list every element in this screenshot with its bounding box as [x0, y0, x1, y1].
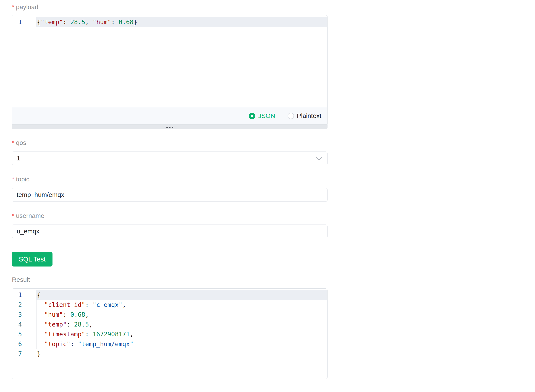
- drag-dots-icon: [166, 127, 168, 128]
- code-line: 4 "temp": 28.5,: [12, 319, 327, 329]
- required-asterisk: *: [12, 176, 14, 183]
- code-line: 3 "hum": 0.68,: [12, 310, 327, 319]
- code-text: "client_id": "c_emqx",: [36, 300, 327, 310]
- line-number: 1: [12, 290, 36, 300]
- topic-label-text: topic: [16, 176, 29, 183]
- result-label: Result: [12, 276, 328, 284]
- result-code-viewer: 1 { 2 "client_id": "c_emqx", 3 "hum": 0.…: [12, 288, 328, 379]
- radio-label-plaintext: Plaintext: [297, 112, 321, 120]
- topic-field: *topic: [12, 175, 328, 202]
- radio-unselected-icon: [288, 113, 294, 119]
- code-text: "timestamp": 1672908171,: [36, 329, 327, 339]
- code-text: "hum": 0.68,: [36, 310, 327, 319]
- code-text: {: [36, 290, 327, 300]
- code-text: }: [36, 349, 327, 359]
- sql-test-button[interactable]: SQL Test: [12, 252, 52, 266]
- topic-input[interactable]: [12, 188, 328, 202]
- required-asterisk: *: [12, 3, 14, 10]
- line-number: 3: [12, 310, 36, 319]
- line-number: 2: [12, 300, 36, 310]
- code-line: 6 "topic": "temp_hum/emqx": [12, 339, 327, 349]
- code-line: 5 "timestamp": 1672908171,: [12, 329, 327, 339]
- code-line[interactable]: 1 {"temp": 28.5, "hum": 0.68}: [12, 17, 327, 27]
- editor-resize-handle[interactable]: [12, 125, 328, 129]
- topic-field-label: *topic: [12, 175, 328, 183]
- required-asterisk: *: [12, 139, 14, 146]
- drag-dots-icon: [172, 127, 173, 128]
- drag-dots-icon: [169, 127, 170, 128]
- line-number: 1: [12, 17, 36, 27]
- line-number: 6: [12, 339, 36, 349]
- code-line: 2 "client_id": "c_emqx",: [12, 300, 327, 310]
- payload-label-text: payload: [16, 3, 38, 10]
- line-number: 4: [12, 319, 36, 329]
- username-input[interactable]: [12, 224, 328, 238]
- code-text: "temp": 28.5,: [36, 319, 327, 329]
- code-text: "topic": "temp_hum/emqx": [36, 339, 327, 349]
- line-number: 7: [12, 349, 36, 359]
- payload-code-editor: 1 {"temp": 28.5, "hum": 0.68} JSON Plain…: [12, 15, 328, 125]
- payload-format-bar: JSON Plaintext: [12, 107, 327, 124]
- username-label-text: username: [16, 212, 45, 219]
- format-radio-json[interactable]: JSON: [249, 112, 275, 120]
- username-field: *username: [12, 212, 328, 238]
- username-field-label: *username: [12, 212, 328, 220]
- payload-field: *payload 1 {"temp": 28.5, "hum": 0.68} J…: [12, 3, 328, 129]
- result-code-area[interactable]: 1 { 2 "client_id": "c_emqx", 3 "hum": 0.…: [12, 289, 327, 379]
- code-line: 1 {: [12, 290, 327, 300]
- payload-code-text[interactable]: {"temp": 28.5, "hum": 0.68}: [36, 17, 327, 27]
- radio-selected-icon: [249, 113, 255, 119]
- format-radio-plaintext[interactable]: Plaintext: [288, 112, 321, 120]
- indent-guide: [37, 300, 37, 349]
- payload-field-label: *payload: [12, 3, 328, 11]
- required-asterisk: *: [12, 212, 14, 219]
- qos-label-text: qos: [16, 139, 26, 146]
- qos-select[interactable]: 1: [12, 151, 328, 165]
- payload-code-area[interactable]: 1 {"temp": 28.5, "hum": 0.68}: [12, 15, 327, 107]
- sql-test-form: *payload 1 {"temp": 28.5, "hum": 0.68} J…: [0, 0, 329, 379]
- qos-select-value: 1: [17, 155, 20, 162]
- code-line: 7 }: [12, 349, 327, 359]
- radio-label-json: JSON: [258, 112, 275, 120]
- line-number: 5: [12, 329, 36, 339]
- qos-field: *qos 1: [12, 139, 328, 165]
- qos-field-label: *qos: [12, 139, 328, 147]
- chevron-down-icon: [316, 157, 322, 161]
- result-section: Result 1 { 2 "client_id": "c_emqx", 3 "h…: [12, 276, 328, 379]
